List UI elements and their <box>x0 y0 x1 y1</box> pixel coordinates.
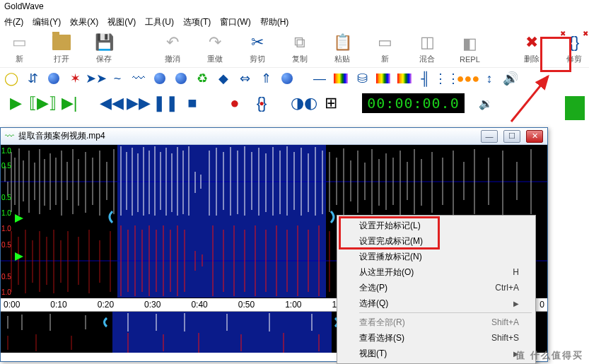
paste-button[interactable]: 📋 粘贴 <box>327 33 357 64</box>
effect-arrows-icon[interactable]: ➤➤ <box>89 71 103 86</box>
trim-button[interactable]: {} ✖ ✖ 修剪 <box>559 33 589 64</box>
delete-icon: ✖ <box>522 33 542 52</box>
effect-cross-icon[interactable]: ✶ <box>68 71 82 86</box>
time-label: 1:00 <box>285 300 301 310</box>
ctx-set-start[interactable]: 设置开始标记(L) <box>339 218 533 233</box>
menubar: 件(Z) 编辑(Y) 效果(X) 视图(V) 工具(U) 选项(T) 窗口(W)… <box>0 14 589 30</box>
copy-icon: ⧉ <box>290 33 310 52</box>
properties-button[interactable]: ⊞ <box>321 93 341 113</box>
svg-rect-143 <box>112 312 332 353</box>
app-titlebar: GoldWave <box>0 0 589 14</box>
save-button[interactable]: 💾 保存 <box>89 33 119 64</box>
effect-pulse-icon[interactable]: ╢ <box>419 71 433 86</box>
effect-rainbow2-icon[interactable] <box>376 71 390 86</box>
new-button[interactable]: ▭ 新 <box>4 33 34 64</box>
folder-icon <box>52 33 71 52</box>
effect-bulb-icon[interactable]: ◯ <box>4 71 18 86</box>
time-label: 0:30 <box>144 300 161 310</box>
ctx-select[interactable]: 选择(Q)▶ <box>339 295 533 311</box>
play-button[interactable]: ▶ <box>6 93 25 113</box>
effect-speaker-icon[interactable]: 🔊 <box>503 71 518 86</box>
new2-button[interactable]: ▭ 新 <box>370 33 400 64</box>
menu-help[interactable]: 帮助(H) <box>260 16 289 28</box>
menu-effect[interactable]: 效果(X) <box>70 16 98 28</box>
effect-line-icon[interactable]: — <box>313 71 327 86</box>
ctx-view[interactable]: 视图(T)▶ <box>339 346 533 361</box>
ctx-view-all: 查看全部(R)Shift+A <box>339 315 533 330</box>
svg-rect-1 <box>117 145 326 298</box>
effect-dots-icon[interactable]: ●●● <box>461 71 475 86</box>
ctx-select-all[interactable]: 全选(P)Ctrl+A <box>339 280 533 295</box>
effect-diamond-icon[interactable]: ◆ <box>216 71 231 86</box>
effect-double-arrow-icon[interactable]: ⇔ <box>238 71 252 86</box>
rewind-button[interactable]: ◀◀ <box>102 93 122 113</box>
record-button[interactable]: ● <box>225 93 245 113</box>
minimize-button[interactable]: — <box>481 130 498 143</box>
menu-file[interactable]: 件(Z) <box>4 16 23 28</box>
ctx-separator <box>359 312 532 313</box>
redo-icon: ↷ <box>205 33 225 52</box>
effect-wave2-icon[interactable]: 〰 <box>132 71 146 86</box>
repl-button[interactable]: ◧ REPL <box>455 34 484 64</box>
undo-icon: ↶ <box>163 33 182 52</box>
mix-button[interactable]: ◫ 混合 <box>412 33 442 64</box>
effect-recycle-icon[interactable]: ♻ <box>195 71 209 86</box>
mix-icon: ◫ <box>417 33 437 52</box>
undo-button[interactable]: ↶ 撤消 <box>158 33 187 64</box>
menu-option[interactable]: 选项(T) <box>183 16 211 28</box>
effect-burst-icon[interactable]: ⋮⋮ <box>440 71 454 86</box>
menu-tool[interactable]: 工具(U) <box>145 16 174 28</box>
effect-ball1-icon[interactable] <box>47 71 61 86</box>
close-button[interactable]: ✕ <box>526 130 543 143</box>
redo-button[interactable]: ↷ 重做 <box>200 33 230 64</box>
pause-button[interactable]: ❚❚ <box>156 93 175 113</box>
menu-window[interactable]: 窗口(W) <box>220 16 250 28</box>
transport-toolbar: ▶ ⟦▶⟧ ▶| ◀◀ ▶▶ ❚❚ ■ ● {}● ◑◐ ⊞ 00:00:00.… <box>0 89 589 117</box>
doc-titlebar: 〰 提取音频案例视频.mp4 — ☐ ✕ <box>1 128 547 145</box>
effect-ball3-icon[interactable] <box>174 71 188 86</box>
repl-icon: ◧ <box>460 34 479 54</box>
ctx-from-here[interactable]: 从这里开始(O)H <box>339 264 533 280</box>
watermark: 值 什么值得买 <box>515 349 583 362</box>
effect-rainbow1-icon[interactable] <box>334 71 348 86</box>
open-button[interactable]: 打开 <box>47 33 76 64</box>
cut-button[interactable]: ✂ 剪切 <box>243 33 272 64</box>
forward-button[interactable]: ▶▶ <box>129 93 148 113</box>
ctx-set-play[interactable]: 设置播放标记(N) <box>339 249 533 264</box>
svg-text:1.0: 1.0 <box>1 288 11 296</box>
app-title: GoldWave <box>4 1 44 11</box>
time-label: 0:10 <box>50 300 66 310</box>
ctx-set-end[interactable]: 设置完成标记(M) <box>339 233 533 249</box>
play-selection-button[interactable]: ⟦▶⟧ <box>33 93 52 113</box>
time-label: 0:20 <box>98 300 114 310</box>
effect-wave1-icon[interactable]: ~ <box>110 71 124 86</box>
paste-icon: 📋 <box>332 33 352 52</box>
ctx-view-selection[interactable]: 查看选择(S)Shift+S <box>339 330 533 346</box>
svg-text:0.5: 0.5 <box>1 241 11 249</box>
context-menu: 设置开始标记(L) 设置完成标记(M) 设置播放标记(N) 从这里开始(O)H … <box>337 215 536 364</box>
effect-dome-icon[interactable]: ⛁ <box>355 71 369 86</box>
effects-toolbar: ◯ ⇵ ✶ ➤➤ ~ 〰 ♻ ◆ ⇔ ⇑ — ⛁ ╢ ⋮⋮ ●●● ↕ 🔊 <box>0 68 589 89</box>
record-selection-button[interactable]: {}● <box>252 93 272 113</box>
effect-ball2-icon[interactable] <box>153 71 167 86</box>
svg-text:1.0: 1.0 <box>1 209 11 217</box>
effect-up-arrow-icon[interactable]: ⇑ <box>259 71 273 86</box>
maximize-button[interactable]: ☐ <box>503 130 520 143</box>
wave-icon: 〰 <box>5 131 14 141</box>
speaker-icon[interactable]: 🔉 <box>479 97 494 110</box>
play-to-end-button[interactable]: ▶| <box>59 93 79 113</box>
page-icon: ▭ <box>9 33 29 52</box>
doc-title: 提取音频案例视频.mp4 <box>18 130 475 142</box>
menu-view[interactable]: 视图(V) <box>107 16 136 28</box>
menu-edit[interactable]: 编辑(Y) <box>33 16 61 28</box>
effect-bars-icon[interactable]: ⇵ <box>25 71 40 86</box>
time-label: 0:50 <box>238 300 255 310</box>
delete-button[interactable]: ✖ 删除 <box>517 33 547 64</box>
svg-text:1.0: 1.0 <box>1 147 11 155</box>
effect-rainbow3-icon[interactable] <box>397 71 412 86</box>
copy-button[interactable]: ⧉ 复制 <box>285 33 315 64</box>
effect-ball4-icon[interactable] <box>280 71 294 86</box>
loop-button[interactable]: ◑◐ <box>294 93 314 113</box>
effect-scale-icon[interactable]: ↕ <box>482 71 496 86</box>
stop-button[interactable]: ■ <box>182 93 202 113</box>
